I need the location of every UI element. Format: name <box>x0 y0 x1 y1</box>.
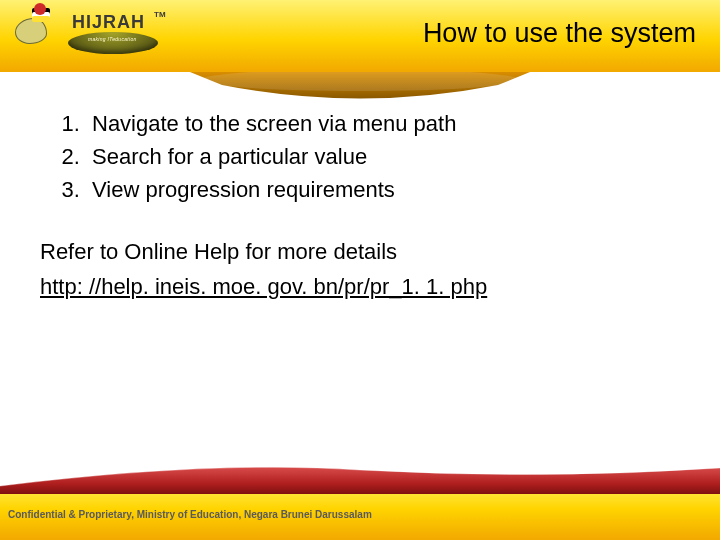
list-item: Search for a particular value <box>86 141 680 172</box>
refer-text: Refer to Online Help for more details <box>40 236 680 267</box>
slide-header: HIJRAH TM making ITeducation How to use … <box>0 0 720 72</box>
logo-tagline: making ITeducation <box>88 36 137 42</box>
logo-map-icon <box>10 8 58 52</box>
list-item: View progression requirements <box>86 174 680 205</box>
footer-confidential-text: Confidential & Proprietary, Ministry of … <box>8 509 372 520</box>
page-title: How to use the system <box>423 18 696 49</box>
header-flap-decoration <box>0 72 720 102</box>
hijrah-logo: HIJRAH TM making ITeducation <box>10 8 58 52</box>
footer-ribbon-decoration <box>0 466 720 494</box>
help-link[interactable]: http: //help. ineis. moe. gov. bn/pr/pr_… <box>40 274 487 299</box>
slide-footer: Confidential & Proprietary, Ministry of … <box>0 488 720 540</box>
logo-wordmark: HIJRAH <box>72 12 145 33</box>
logo-trademark: TM <box>154 10 166 19</box>
slide-body: Navigate to the screen via menu path Sea… <box>0 108 720 306</box>
svg-point-0 <box>200 72 520 91</box>
list-item: Navigate to the screen via menu path <box>86 108 680 139</box>
instruction-list: Navigate to the screen via menu path Sea… <box>40 108 680 206</box>
